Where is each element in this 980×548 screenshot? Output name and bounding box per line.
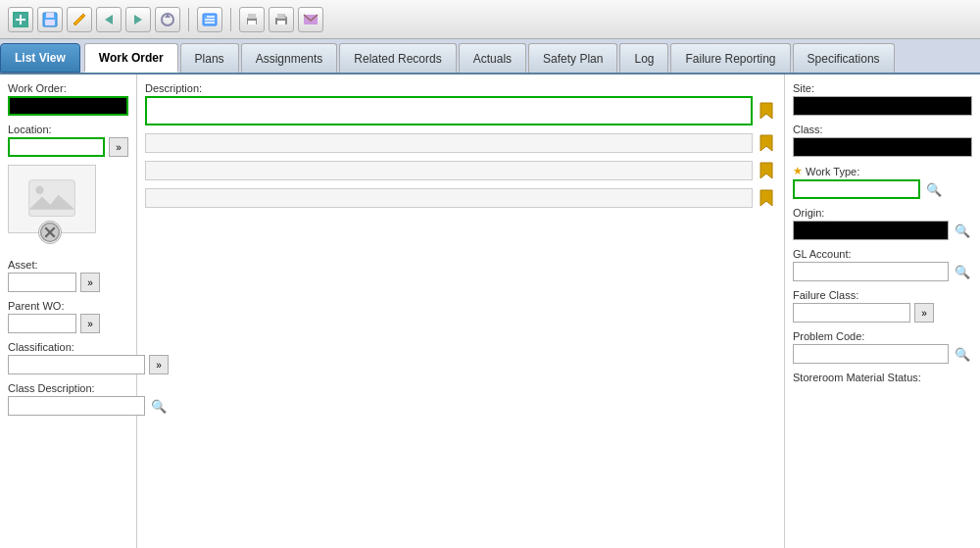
work-order-label: Work Order:: [8, 82, 128, 94]
problem-code-field-group: Problem Code: 🔍: [793, 330, 972, 364]
class-field-group: Class:: [793, 124, 972, 157]
location-input[interactable]: [8, 137, 105, 157]
tab-log[interactable]: Log: [619, 43, 668, 73]
svg-marker-6: [105, 15, 113, 25]
location-label: Location:: [8, 124, 128, 135]
class-input[interactable]: [793, 137, 972, 157]
gl-account-search-button[interactable]: 🔍: [953, 262, 972, 281]
work-type-search-button[interactable]: 🔍: [924, 179, 944, 199]
add-button[interactable]: [8, 7, 33, 32]
image-placeholder: [8, 165, 96, 233]
failure-class-chevron-button[interactable]: »: [914, 303, 934, 323]
email-button[interactable]: [298, 7, 323, 32]
site-input[interactable]: [793, 96, 972, 116]
parent-wo-center-input[interactable]: [145, 188, 753, 208]
tab-assignments[interactable]: Assignments: [241, 43, 338, 73]
svg-rect-18: [277, 14, 285, 19]
failure-class-label: Failure Class:: [793, 289, 972, 301]
forward-button[interactable]: [125, 7, 151, 32]
gl-account-input[interactable]: [793, 262, 949, 281]
class-description-label: Class Description:: [8, 382, 128, 394]
back-button[interactable]: [96, 7, 122, 32]
origin-label: Origin:: [793, 207, 972, 219]
tab-failure-reporting[interactable]: Failure Reporting: [670, 43, 790, 73]
tab-related-records[interactable]: Related Records: [339, 43, 456, 73]
storeroom-material-label: Storeroom Material Status:: [793, 372, 972, 383]
center-panel: Description:: [137, 75, 784, 548]
svg-rect-19: [277, 21, 285, 25]
svg-rect-15: [248, 14, 256, 19]
asset-center-input[interactable]: [145, 161, 753, 180]
print2-button[interactable]: [269, 7, 294, 32]
asset-bookmark-button[interactable]: [757, 161, 776, 180]
tab-work-order[interactable]: Work Order: [84, 43, 178, 73]
asset-row: »: [8, 273, 128, 292]
toolbar-sep-1: [188, 8, 189, 31]
parent-wo-bookmark-button[interactable]: [757, 188, 776, 208]
parent-wo-input[interactable]: [8, 314, 76, 333]
description-input[interactable]: [145, 96, 753, 125]
description-bookmark-button[interactable]: [757, 101, 776, 121]
gl-account-row: 🔍: [793, 262, 972, 281]
bookmark-icon-2: [759, 134, 774, 152]
classification-row: »: [8, 355, 128, 374]
classification-input[interactable]: [8, 355, 145, 374]
close-icon: [39, 208, 61, 257]
toolbar: [0, 0, 980, 39]
asset-chevron-button[interactable]: »: [80, 273, 100, 292]
problem-code-search-button[interactable]: 🔍: [953, 344, 972, 364]
edit-button[interactable]: [67, 7, 92, 32]
svg-point-24: [35, 186, 43, 194]
bookmark-icon-3: [759, 162, 774, 179]
origin-row: 🔍: [793, 221, 972, 240]
gl-account-label: GL Account:: [793, 248, 972, 260]
origin-input[interactable]: [793, 221, 949, 240]
work-type-input[interactable]: [793, 179, 920, 199]
failure-class-input[interactable]: [793, 303, 910, 323]
work-order-input[interactable]: [8, 96, 128, 116]
list-button[interactable]: [197, 7, 222, 32]
image-remove-button[interactable]: [38, 221, 62, 244]
work-order-field-group: Work Order:: [8, 82, 128, 116]
site-field-group: Site:: [793, 82, 972, 116]
parent-wo-field-group: Parent WO: »: [8, 300, 128, 333]
print-button[interactable]: [239, 7, 265, 32]
work-type-field-group: ★ Work Type: 🔍: [793, 165, 972, 199]
tab-actuals[interactable]: Actuals: [459, 43, 526, 73]
location-row: »: [8, 137, 128, 157]
storeroom-material-field-group: Storeroom Material Status:: [793, 372, 972, 383]
svg-rect-16: [248, 21, 256, 25]
tab-safety-plan[interactable]: Safety Plan: [528, 43, 617, 73]
bookmark-icon-4: [759, 189, 774, 207]
description-row: [145, 96, 776, 125]
parent-wo-center-row: [145, 188, 776, 208]
location-field-group: Location: »: [8, 124, 128, 157]
description-secondary-input[interactable]: [145, 133, 753, 153]
svg-rect-4: [46, 13, 54, 18]
origin-field-group: Origin: 🔍: [793, 207, 972, 240]
parent-wo-label: Parent WO:: [8, 300, 128, 312]
problem-code-input[interactable]: [793, 344, 949, 364]
asset-input[interactable]: [8, 273, 76, 292]
origin-search-button[interactable]: 🔍: [953, 221, 972, 240]
failure-class-field-group: Failure Class: »: [793, 289, 972, 323]
svg-rect-5: [45, 20, 55, 25]
class-description-input[interactable]: [8, 396, 145, 416]
secondary-bookmark-button[interactable]: [757, 133, 776, 153]
problem-code-label: Problem Code:: [793, 330, 972, 342]
tab-plans[interactable]: Plans: [180, 43, 239, 73]
parent-wo-chevron-button[interactable]: »: [80, 314, 100, 333]
save-button[interactable]: [37, 7, 63, 32]
tabs-bar: List View Work Order Plans Assignments R…: [0, 39, 980, 75]
asset-field-group: Asset: »: [8, 259, 128, 292]
main-content: Work Order: Location: »: [0, 75, 980, 548]
location-chevron-button[interactable]: »: [109, 137, 128, 157]
tab-list-view[interactable]: List View: [0, 43, 80, 73]
asset-center-row: [145, 161, 776, 180]
svg-marker-29: [760, 135, 772, 151]
refresh-button[interactable]: [155, 7, 180, 32]
svg-marker-28: [760, 103, 772, 119]
left-panel: Work Order: Location: »: [0, 75, 137, 548]
svg-marker-7: [134, 15, 142, 25]
tab-specifications[interactable]: Specifications: [793, 43, 895, 73]
